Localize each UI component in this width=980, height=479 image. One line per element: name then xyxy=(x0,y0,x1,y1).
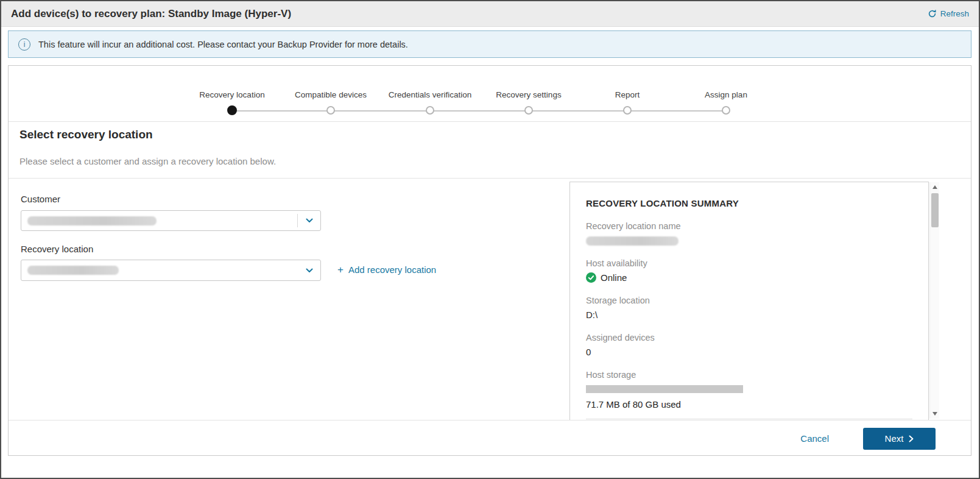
chevron-right-icon xyxy=(909,435,914,442)
step-label: Compatible devices xyxy=(276,90,386,99)
refresh-icon xyxy=(928,9,937,18)
chevron-down-icon[interactable] xyxy=(298,268,320,273)
step-dot xyxy=(623,106,632,115)
wizard-footer: Cancel Next xyxy=(9,420,971,456)
chevron-down-icon[interactable] xyxy=(298,218,320,223)
customer-label: Customer xyxy=(21,194,60,204)
storage-location-value: D:\ xyxy=(586,310,912,320)
customer-select[interactable] xyxy=(21,210,321,231)
plus-icon: + xyxy=(337,264,344,275)
stepper-step[interactable]: Assign plan xyxy=(671,90,781,115)
check-circle-icon xyxy=(586,272,596,283)
wizard-panel: Recovery location Compatible devices Cre… xyxy=(8,65,971,456)
stepper-step[interactable]: Compatible devices xyxy=(276,90,386,115)
wizard-stepper: Recovery location Compatible devices Cre… xyxy=(9,66,971,122)
next-button-label: Next xyxy=(885,433,904,444)
info-banner-text: This feature will incur an additional co… xyxy=(38,40,408,49)
step-label: Report xyxy=(573,90,682,99)
refresh-button[interactable]: Refresh xyxy=(928,9,969,18)
stepper-step[interactable]: Recovery settings xyxy=(474,90,583,115)
section-divider xyxy=(9,178,971,179)
step-dot xyxy=(326,106,335,115)
host-storage-progress-bar xyxy=(586,385,743,393)
summary-scrollbar[interactable] xyxy=(929,182,939,419)
add-recovery-location-label: Add recovery location xyxy=(348,264,436,275)
dialog-header: Add device(s) to recovery plan: Standby … xyxy=(1,1,979,27)
online-status-text: Online xyxy=(601,272,627,283)
recovery-location-summary-card: RECOVERY LOCATION SUMMARY Recovery locat… xyxy=(569,182,929,420)
stepper-step[interactable]: Report xyxy=(573,90,682,115)
dialog-window: Add device(s) to recovery plan: Standby … xyxy=(0,0,980,479)
add-recovery-location-button[interactable]: + Add recovery location xyxy=(337,264,436,275)
host-storage-usage-text: 71.7 MB of 80 GB used xyxy=(586,399,912,410)
step-dot xyxy=(426,106,434,115)
scroll-down-icon[interactable] xyxy=(930,409,940,419)
step-label: Credentials verification xyxy=(375,90,485,99)
next-button[interactable]: Next xyxy=(863,428,936,450)
assigned-devices-label: Assigned devices xyxy=(586,333,912,342)
stepper-step[interactable]: Credentials verification xyxy=(375,90,485,115)
scrollbar-thumb[interactable] xyxy=(931,193,939,227)
redacted-recovery-location-value xyxy=(27,266,119,275)
recovery-location-select[interactable] xyxy=(21,260,321,281)
info-icon: i xyxy=(18,38,30,51)
step-dot xyxy=(722,106,730,115)
redacted-recovery-location-name xyxy=(586,236,679,246)
step-dot xyxy=(524,106,533,115)
refresh-label: Refresh xyxy=(940,9,969,18)
stepper-step[interactable]: Recovery location xyxy=(177,90,287,115)
step-label: Recovery location xyxy=(177,90,287,99)
assigned-devices-value: 0 xyxy=(586,347,912,357)
host-availability-label: Host availability xyxy=(586,258,912,268)
page-title: Select recovery location xyxy=(19,128,153,141)
recovery-location-name-label: Recovery location name xyxy=(586,221,912,231)
page-description: Please select a customer and assign a re… xyxy=(19,156,276,166)
recovery-location-label: Recovery location xyxy=(21,244,93,254)
cancel-button[interactable]: Cancel xyxy=(800,433,829,444)
storage-location-label: Storage location xyxy=(586,296,912,305)
host-storage-label: Host storage xyxy=(586,370,912,380)
info-banner: i This feature will incur an additional … xyxy=(8,30,971,58)
redacted-customer-value xyxy=(27,216,157,225)
host-availability-value: Online xyxy=(586,272,912,283)
dialog-title: Add device(s) to recovery plan: Standby … xyxy=(11,8,291,20)
scroll-up-icon[interactable] xyxy=(930,182,940,192)
step-dot xyxy=(227,105,237,115)
step-label: Assign plan xyxy=(671,90,781,99)
summary-title: RECOVERY LOCATION SUMMARY xyxy=(586,198,912,208)
step-label: Recovery settings xyxy=(474,90,583,99)
card-divider xyxy=(586,419,912,419)
